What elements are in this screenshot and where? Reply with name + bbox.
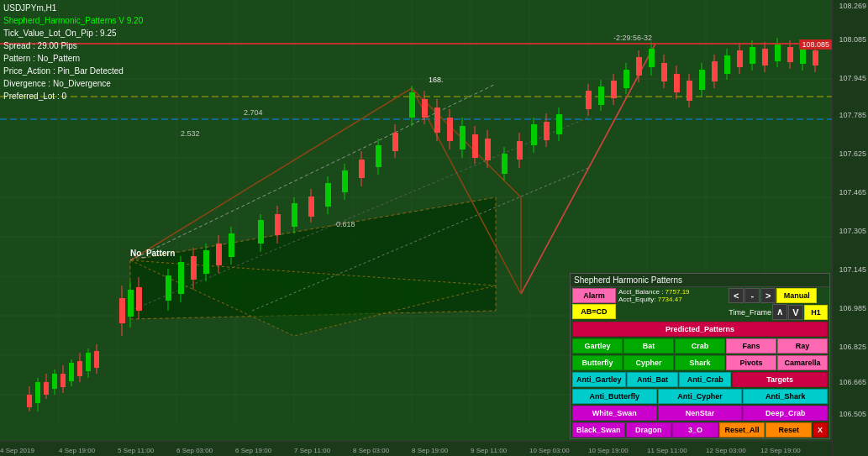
svg-text:2.532: 2.532 — [181, 129, 200, 138]
svg-rect-79 — [275, 214, 281, 235]
price-label-9: 106.825 — [839, 343, 866, 351]
targets-button[interactable]: Targets — [732, 372, 828, 387]
control-panel: Shepherd Harmonic Patterns Alarm Acct_Ba… — [570, 273, 830, 439]
white-swan-button[interactable]: White_Swan — [572, 406, 657, 421]
gartley-button[interactable]: Gartley — [572, 338, 623, 354]
alarm-button[interactable]: Alarm — [572, 288, 616, 303]
svg-rect-107 — [485, 139, 491, 160]
pattern: Pattern : No_Pattern — [3, 52, 143, 65]
indicator-name: Shepherd_Harmonic_Patterns V 9.20 — [3, 14, 143, 27]
reset-all-button[interactable]: Reset_All — [719, 422, 765, 438]
nav-right-button[interactable]: > — [760, 288, 776, 303]
svg-rect-83 — [308, 197, 314, 217]
ray-button[interactable]: Ray — [777, 338, 828, 354]
nenstar-button[interactable]: NenStar — [658, 406, 743, 421]
svg-rect-133 — [674, 74, 680, 92]
equity-label: Acct_Equity: 7734.47 — [618, 296, 690, 303]
abcd-button[interactable]: AB=CD — [572, 304, 616, 319]
svg-rect-141 — [724, 55, 730, 74]
svg-rect-75 — [229, 233, 234, 257]
anti-shark-button[interactable]: Anti_Shark — [743, 389, 828, 404]
svg-rect-153 — [800, 49, 806, 64]
svg-rect-147 — [762, 49, 768, 66]
time-label-8: 9 Sep 11:00 — [471, 447, 507, 454]
black-swan-button[interactable]: Black_Swan — [572, 422, 625, 438]
time-label-11: 11 Sep 11:00 — [647, 447, 687, 454]
manual-button[interactable]: Manual — [776, 288, 817, 303]
svg-rect-57 — [94, 351, 99, 368]
h1-button[interactable]: H1 — [804, 305, 828, 320]
timeframe-label: Time_Frame — [729, 308, 771, 317]
nav-dash-button[interactable]: - — [744, 288, 760, 303]
svg-rect-103 — [460, 126, 466, 149]
camarella-button[interactable]: Camarella — [777, 355, 828, 370]
nav-left-button[interactable]: < — [729, 288, 744, 303]
svg-rect-121 — [598, 86, 604, 105]
reset-button[interactable]: Reset — [765, 422, 812, 438]
predicted-patterns-button[interactable]: Predicted_Patterns — [572, 322, 828, 337]
svg-rect-69 — [191, 256, 197, 280]
svg-rect-109 — [502, 154, 508, 174]
price-label-11: 106.505 — [839, 410, 866, 418]
anti-bat-button[interactable]: Anti_Bat — [627, 372, 679, 387]
current-price-tag: 108.085 — [799, 39, 832, 50]
svg-rect-45 — [44, 382, 49, 395]
fans-button[interactable]: Fans — [726, 338, 776, 354]
anti-gartley-button[interactable]: Anti_Gartley — [572, 372, 626, 387]
pivots-button[interactable]: Pivots — [726, 355, 776, 370]
svg-rect-123 — [611, 81, 617, 98]
price-label-5: 107.465 — [839, 188, 866, 197]
time-label-12: 12 Sep 03:00 — [706, 447, 746, 454]
shark-button[interactable]: Shark — [675, 355, 725, 370]
svg-rect-115 — [544, 122, 550, 140]
time-axis: 4 Sep 2019 4 Sep 19:00 5 Sep 11:00 6 Sep… — [0, 441, 832, 456]
price-label-7: 107.145 — [839, 265, 866, 274]
svg-rect-101 — [447, 118, 453, 141]
x-button[interactable]: X — [813, 422, 828, 438]
dragon-button[interactable]: Dragon — [626, 422, 672, 438]
svg-text:-2:29:56-32: -2:29:56-32 — [613, 34, 652, 42]
crab-button[interactable]: Crab — [675, 338, 725, 354]
chart-container: USDJPYm,H1 Shepherd_Harmonic_Patterns V … — [0, 0, 868, 456]
three-o-button[interactable]: 3_O — [672, 422, 718, 438]
svg-rect-47 — [52, 374, 57, 389]
preferred-lot: Preferred_Lot : 0 — [3, 90, 143, 102]
deep-crab-button[interactable]: Deep_Crab — [743, 406, 828, 421]
time-label-2: 5 Sep 11:00 — [118, 447, 154, 454]
svg-rect-59 — [119, 298, 125, 323]
v-button[interactable]: V — [788, 305, 803, 320]
time-label-3: 6 Sep 03:00 — [176, 447, 213, 454]
lambda-button[interactable]: ∧ — [772, 304, 787, 320]
svg-rect-149 — [775, 45, 781, 61]
svg-rect-53 — [77, 361, 82, 376]
balance-label: Acct_Balance : 7757.19 — [618, 288, 690, 296]
tick-value: Tick_Value_Lot_On_Pip : 9.25 — [3, 27, 143, 39]
svg-rect-43 — [35, 382, 40, 403]
bat-button[interactable]: Bat — [623, 338, 674, 354]
price-label-3: 107.785 — [839, 111, 866, 119]
svg-rect-111 — [517, 141, 523, 160]
time-label-13: 12 Sep 19:00 — [760, 447, 801, 454]
svg-rect-105 — [472, 134, 478, 158]
svg-rect-89 — [359, 160, 365, 178]
svg-rect-73 — [216, 244, 222, 265]
price-label-current: 108.085 — [839, 35, 866, 44]
svg-text:2.704: 2.704 — [244, 108, 263, 117]
svg-rect-113 — [531, 124, 537, 145]
butterfly-button[interactable]: Butterfly — [572, 355, 623, 370]
svg-rect-63 — [136, 287, 142, 311]
svg-rect-117 — [556, 114, 562, 134]
svg-text:168.: 168. — [429, 76, 444, 84]
price-label-2: 107.945 — [839, 74, 866, 82]
anti-cypher-button[interactable]: Anti_Cypher — [658, 389, 743, 404]
time-label-6: 8 Sep 03:00 — [353, 447, 389, 454]
anti-butterfly-button[interactable]: Anti_Butterfly — [572, 389, 657, 404]
svg-rect-95 — [409, 92, 415, 118]
cypher-button[interactable]: Cypher — [623, 355, 674, 370]
panel-title: Shepherd Harmonic Patterns — [574, 275, 682, 285]
price-action: Price_Action : Pin_Bar Detected — [3, 65, 143, 77]
time-label-9: 10 Sep 03:00 — [529, 447, 570, 454]
svg-rect-137 — [699, 70, 705, 90]
price-label-6: 107.305 — [839, 227, 866, 235]
anti-crab-button[interactable]: Anti_Crab — [679, 372, 731, 387]
